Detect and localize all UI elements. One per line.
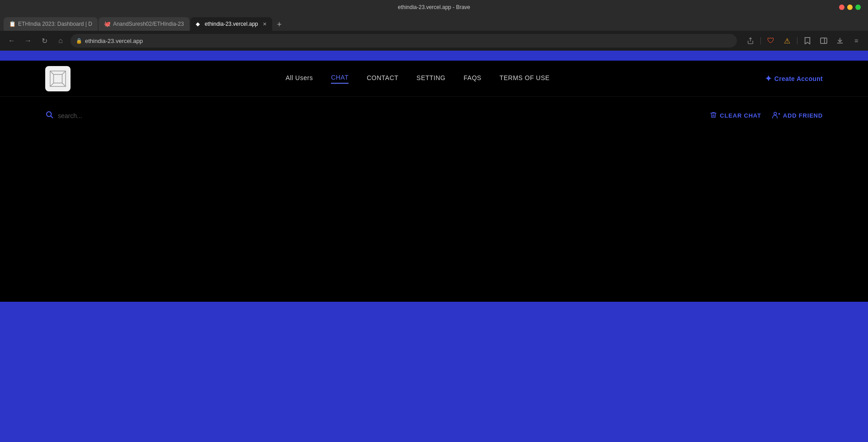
brave-shield-icon[interactable]: 🛡 (764, 34, 777, 47)
tab-favicon-1: 📋 (9, 21, 15, 27)
nav-bar: ← → ↻ ⌂ 🔒 ethindia-23.vercel.app 🛡 ⚠ (0, 31, 868, 51)
nav-link-contact[interactable]: CONTACT (367, 74, 398, 83)
nav-link-setting[interactable]: SETTING (416, 74, 445, 83)
create-account-label: Create Account (774, 75, 823, 82)
nav-divider (760, 37, 761, 44)
search-input[interactable] (58, 112, 148, 119)
home-button[interactable]: ⌂ (54, 34, 67, 47)
bookmark-icon[interactable] (801, 34, 814, 47)
svg-line-9 (62, 83, 66, 86)
add-friend-label: ADD FRIEND (783, 112, 823, 119)
search-icon (45, 110, 53, 121)
window-controls (839, 5, 861, 10)
minimize-window-button[interactable] (847, 5, 853, 10)
trash-icon (710, 111, 717, 120)
svg-line-11 (51, 116, 52, 118)
nav-link-chat[interactable]: CHAT (331, 74, 349, 84)
back-button[interactable]: ← (5, 34, 18, 47)
reload-button[interactable]: ↻ (38, 34, 51, 47)
brave-warning-icon[interactable]: ⚠ (781, 34, 793, 47)
content-toolbar: CLEAR CHAT ADD FRIEND (45, 110, 823, 121)
tab-favicon-2: 🐙 (104, 21, 110, 27)
svg-line-8 (50, 83, 54, 86)
tab-label-1: ETHIndia 2023: Dashboard | D (18, 21, 92, 27)
nav-link-faqs[interactable]: FAQS (464, 74, 481, 83)
bottom-blue-banner (0, 302, 868, 442)
app-navbar: All Users CHAT CONTACT SETTING FAQS TERM… (0, 61, 868, 97)
svg-rect-5 (54, 74, 62, 83)
nav-link-terms[interactable]: TERMS OF USE (500, 74, 550, 83)
nav-divider-2 (797, 37, 797, 44)
downloads-icon[interactable] (834, 34, 846, 47)
tab-close-button-3[interactable]: ✕ (263, 21, 267, 27)
close-window-button[interactable] (839, 5, 844, 10)
app-logo[interactable] (45, 66, 71, 91)
address-bar[interactable]: 🔒 ethindia-23.vercel.app (71, 34, 737, 48)
nav-link-all-users[interactable]: All Users (286, 74, 313, 83)
search-wrapper (45, 110, 148, 121)
svg-point-12 (774, 112, 777, 115)
add-friend-button[interactable]: ADD FRIEND (772, 111, 823, 120)
new-tab-button[interactable]: + (273, 18, 286, 31)
top-blue-banner (0, 51, 868, 61)
menu-icon[interactable]: ≡ (850, 34, 863, 47)
browser-tab-1[interactable]: 📋 ETHIndia 2023: Dashboard | D (4, 17, 98, 31)
clear-chat-button[interactable]: CLEAR CHAT (710, 111, 761, 120)
tab-label-3: ethindia-23.vercel.app (205, 21, 258, 27)
create-account-icon: ✦ (765, 74, 772, 84)
toolbar-right: CLEAR CHAT ADD FRIEND (710, 111, 823, 120)
clear-chat-label: CLEAR CHAT (720, 112, 761, 119)
logo-image (49, 70, 66, 87)
share-icon[interactable] (744, 34, 757, 47)
browser-chrome: ethindia-23.vercel.app - Brave 📋 ETHIndi… (0, 0, 868, 51)
svg-rect-1 (821, 38, 827, 43)
add-friend-icon (772, 111, 780, 120)
app-nav-right: ✦ Create Account (765, 74, 823, 84)
address-text: ethindia-23.vercel.app (85, 38, 143, 44)
security-icon: 🔒 (76, 38, 82, 44)
tab-favicon-3: ◆ (196, 21, 202, 27)
nav-right-controls: 🛡 ⚠ (744, 34, 863, 47)
content-area: CLEAR CHAT ADD FRIEND (0, 97, 868, 130)
svg-line-7 (62, 71, 66, 74)
maximize-window-button[interactable] (855, 5, 861, 10)
sidepanel-icon[interactable] (817, 34, 830, 47)
app-nav-links: All Users CHAT CONTACT SETTING FAQS TERM… (286, 74, 550, 84)
browser-tab-3[interactable]: ◆ ethindia-23.vercel.app ✕ (190, 17, 272, 31)
svg-line-6 (50, 71, 54, 74)
window-title: ethindia-23.vercel.app - Brave (398, 4, 470, 10)
create-account-button[interactable]: ✦ Create Account (765, 74, 823, 84)
browser-tab-2[interactable]: 🐙 AnandSuresh02/ETHIndia-23 (99, 17, 189, 31)
tab-label-2: AnandSuresh02/ETHIndia-23 (113, 21, 184, 27)
tabs-bar: 📋 ETHIndia 2023: Dashboard | D 🐙 AnandSu… (0, 14, 868, 31)
page-wrapper: ethindia-23.vercel.app - Brave 📋 ETHIndi… (0, 0, 868, 442)
title-bar: ethindia-23.vercel.app - Brave (0, 0, 868, 14)
forward-button[interactable]: → (22, 34, 34, 47)
